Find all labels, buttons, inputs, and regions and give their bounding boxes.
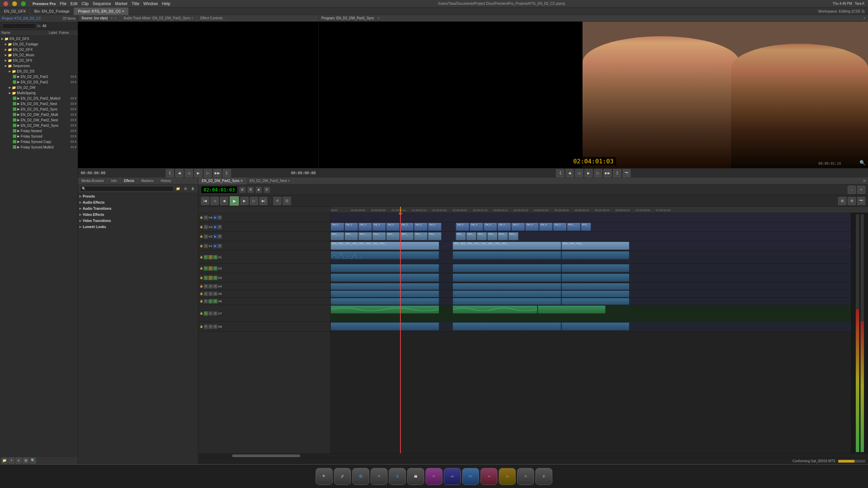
- clip-v3-15[interactable]: Sat_0: [539, 223, 553, 231]
- tl-safe-margins[interactable]: ⊡: [283, 197, 291, 205]
- menu-clip[interactable]: Clip: [82, 1, 89, 6]
- tree-item-20[interactable]: ▶Friday Synced Multicli23.9: [0, 144, 78, 150]
- tl-loop[interactable]: ↺: [273, 197, 281, 205]
- dock-finder[interactable]: 🔍: [316, 468, 333, 485]
- source-step-fwd[interactable]: ▷: [204, 169, 212, 177]
- v4-enable[interactable]: ◉: [213, 216, 217, 220]
- tree-item-9[interactable]: ▶📁EN_D2_DW: [0, 85, 78, 90]
- clip-v3-3[interactable]: Sat_0: [358, 223, 372, 231]
- dock-mail[interactable]: ✉: [371, 468, 388, 485]
- a7-mute[interactable]: M: [213, 311, 217, 316]
- window-close[interactable]: [3, 1, 8, 6]
- effects-new-bin[interactable]: 📁: [175, 186, 181, 192]
- v1-sync[interactable]: S: [204, 244, 208, 248]
- prog-step-fwd[interactable]: ▷: [594, 169, 602, 177]
- clip-v3-6[interactable]: Sat_0: [400, 223, 414, 231]
- clip-v3-2[interactable]: Sat_0: [344, 223, 358, 231]
- clip-v3-14[interactable]: Sat_0: [525, 223, 539, 231]
- v2-sync[interactable]: S: [204, 235, 208, 239]
- tree-item-18[interactable]: ▶Friday Synced23.9: [0, 134, 78, 139]
- v2-lock[interactable]: 🔒: [200, 235, 203, 238]
- a5-mute[interactable]: M: [213, 292, 217, 296]
- clip-a4-3[interactable]: [561, 283, 629, 290]
- clip-a2-2[interactable]: [453, 264, 561, 272]
- prog-step-back[interactable]: ◁: [575, 169, 583, 177]
- a1-record[interactable]: R: [204, 255, 208, 259]
- project-search-input[interactable]: [2, 23, 36, 29]
- a3-mute[interactable]: M: [213, 276, 217, 280]
- audio-mixer-close[interactable]: ×: [191, 16, 193, 20]
- a8-solo[interactable]: S: [209, 325, 213, 329]
- clip-v2-3[interactable]: MVL_: [358, 232, 372, 240]
- timeline-scrollbar[interactable]: [198, 453, 868, 458]
- tree-item-10[interactable]: ▶📁Multiclipping: [0, 90, 78, 96]
- tl-go-start[interactable]: |◀: [201, 197, 209, 205]
- window-fullscreen[interactable]: [21, 1, 26, 6]
- source-play-fwd[interactable]: ▶▶: [213, 169, 221, 177]
- clip-v3-10[interactable]: Sat_0: [470, 223, 483, 231]
- timeline-timecode-display[interactable]: 02:04:01:03: [201, 186, 237, 194]
- dock-id[interactable]: Id: [480, 468, 497, 485]
- prog-play-fwd[interactable]: ▶▶: [604, 169, 612, 177]
- a4-record[interactable]: R: [204, 284, 208, 288]
- clip-a4-1[interactable]: [331, 283, 439, 290]
- tab-effect-controls[interactable]: Effect Controls: [197, 15, 226, 22]
- clip-v2-5[interactable]: MVL_: [386, 232, 400, 240]
- source-play[interactable]: ▶: [194, 169, 202, 177]
- tab-info[interactable]: Info: [108, 178, 121, 184]
- prog-go-in[interactable]: ⦃: [556, 169, 564, 177]
- clip-v3-9[interactable]: Sat_0: [456, 223, 469, 231]
- v2-eye[interactable]: 👁: [218, 235, 222, 239]
- program-close[interactable]: ×: [863, 16, 865, 20]
- clip-a8-1[interactable]: [331, 322, 439, 330]
- prog-play-back[interactable]: ◀: [566, 169, 574, 177]
- clip-v2-11[interactable]: MVL_: [477, 232, 487, 240]
- zoom-icon[interactable]: 🔍: [860, 160, 865, 165]
- link-btn[interactable]: ⛓: [248, 187, 254, 193]
- menu-window[interactable]: Window: [143, 1, 158, 6]
- v1-lock[interactable]: 🔒: [200, 244, 203, 247]
- dock-ae[interactable]: Ae: [444, 468, 461, 485]
- effects-cat-0[interactable]: ▶Presets: [78, 193, 198, 199]
- effects-delete[interactable]: 🗑: [190, 186, 196, 192]
- tree-item-13[interactable]: ▶EN_D2_DS_Part2_Sync23.9: [0, 106, 78, 112]
- a2-record[interactable]: R: [204, 266, 208, 270]
- clip-a5-2[interactable]: [453, 290, 561, 298]
- clip-a3-3[interactable]: [561, 273, 629, 282]
- tree-item-19[interactable]: ▶Friday Synced Copy23.9: [0, 139, 78, 144]
- v3-lock[interactable]: 🔒: [200, 225, 203, 228]
- clip-v3-1[interactable]: Sat_0: [331, 223, 344, 231]
- clip-a7-3[interactable]: [538, 305, 606, 313]
- tree-item-4[interactable]: ▶📁EN_D2_SFX: [0, 58, 78, 63]
- prog-camera[interactable]: 📷: [623, 169, 631, 177]
- clip-v2-2[interactable]: MVL_: [344, 232, 358, 240]
- zoom-in-btn[interactable]: +: [857, 186, 865, 194]
- a8-mute[interactable]: M: [213, 325, 217, 329]
- a7-solo[interactable]: S: [209, 311, 213, 316]
- clip-v3-13[interactable]: Sat_0: [511, 223, 525, 231]
- dock-system-prefs[interactable]: ⚙: [517, 468, 534, 485]
- a6-lock[interactable]: 🔒: [200, 300, 203, 303]
- tree-item-15[interactable]: ▶EN_D2_DW_Part2_Nest23.9: [0, 117, 78, 123]
- clip-v2-6[interactable]: MVL_: [400, 232, 414, 240]
- clip-v3-11[interactable]: Sat_0: [484, 223, 497, 231]
- icon-view-btn[interactable]: ⊞: [23, 458, 29, 464]
- tab-audio-track-mixer[interactable]: Audio Track Mixer: EN_D2_DW_Part2_Sync ×: [120, 15, 197, 22]
- clip-v2-9[interactable]: MVL_: [456, 232, 466, 240]
- clip-a8-3[interactable]: [561, 322, 629, 330]
- tree-item-3[interactable]: ▶📁EN_D2_Music: [0, 52, 78, 58]
- tree-item-11[interactable]: ▶EN_D2_DS_Part2_Multicli23.9: [0, 96, 78, 101]
- a8-lock[interactable]: 🔒: [200, 325, 203, 328]
- window-minimize[interactable]: [12, 1, 17, 6]
- clip-a7-2[interactable]: [453, 305, 537, 313]
- new-item-btn[interactable]: +: [8, 458, 15, 464]
- dock-ai[interactable]: Ai: [499, 468, 516, 485]
- a5-solo[interactable]: S: [209, 292, 213, 296]
- v3-sync[interactable]: S: [204, 225, 208, 229]
- clip-v2-12[interactable]: MVL_: [487, 232, 497, 240]
- tl-go-end[interactable]: ▶|: [259, 197, 268, 205]
- v3-enable[interactable]: ◉: [213, 225, 217, 229]
- add-marker-btn[interactable]: ◆: [256, 187, 262, 193]
- v2-enable[interactable]: ◉: [213, 235, 217, 239]
- effects-cat-4[interactable]: ▶Video Transitions: [78, 218, 198, 224]
